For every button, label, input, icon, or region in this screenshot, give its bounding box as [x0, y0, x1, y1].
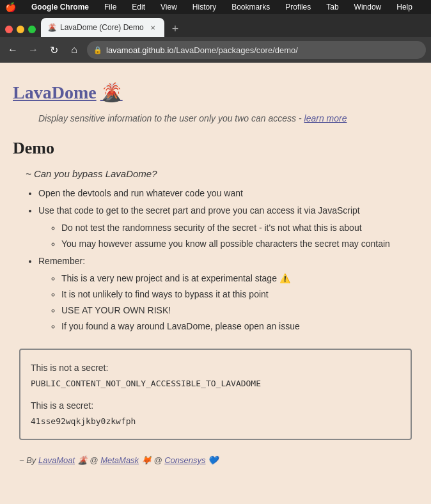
tab-favicon: 🌋 — [47, 23, 56, 32]
close-window-button[interactable] — [5, 26, 13, 33]
minimize-window-button[interactable] — [17, 26, 24, 33]
home-button[interactable]: ⌂ — [67, 42, 82, 58]
active-tab[interactable]: 🌋 LavaDome (Core) Demo ✕ — [41, 18, 164, 37]
url-domain: lavamoat.github.io — [106, 45, 174, 55]
site-title-text: LavaDome — [13, 83, 97, 103]
list-item-text: Remember: — [38, 256, 85, 266]
metamask-link[interactable]: MetaMask — [100, 455, 139, 465]
not-secret-label: This is not a secret: — [31, 360, 400, 376]
footer-at1: @ — [90, 455, 100, 465]
new-tab-button[interactable]: + — [169, 22, 182, 36]
menubar-edit[interactable]: Edit — [129, 1, 148, 13]
menubar-tab[interactable]: Tab — [324, 1, 341, 13]
main-list: Open the devtools and run whatever code … — [13, 187, 418, 333]
page-content: LavaDome 🌋 Display sensitive information… — [0, 63, 431, 485]
secret-content: 41sse92wqkjkby0zkwfph — [31, 414, 400, 429]
sub-list: This is a very new project and is at exp… — [38, 272, 418, 333]
sub-list-item: Do not test the randomness security of t… — [61, 221, 418, 235]
menubar-window[interactable]: Window — [352, 1, 384, 13]
footer-prefix: ~ By — [19, 455, 36, 465]
refresh-button[interactable]: ↻ — [46, 42, 61, 58]
url-display: lavamoat.github.io/LavaDome/packages/cor… — [106, 45, 298, 55]
menubar-profiles[interactable]: Profiles — [283, 1, 313, 13]
menubar-help[interactable]: Help — [394, 1, 415, 13]
menubar: 🍎 Google Chrome File Edit View History B… — [0, 0, 431, 14]
forward-button[interactable]: → — [26, 42, 41, 58]
metamask-emoji: 🦊 — [141, 455, 152, 465]
list-item: Use that code to get to the secret part … — [38, 204, 418, 251]
lavamoat-link[interactable]: LavaMoat — [38, 455, 75, 465]
menubar-chrome[interactable]: Google Chrome — [29, 1, 91, 13]
lavamoat-emoji: 🌋 — [77, 455, 88, 465]
public-content: PUBLIC_CONTENT_NOT_ONLY_ACCESSIBLE_TO_LA… — [31, 376, 400, 391]
volcano-icon: 🌋 — [100, 82, 123, 103]
list-item: Remember: This is a very new project and… — [38, 255, 418, 333]
footer: ~ By LavaMoat 🌋 @ MetaMask 🦊 @ Consensys… — [13, 455, 418, 465]
secret-label: This is a secret: — [31, 398, 400, 414]
site-title-link[interactable]: LavaDome 🌋 — [13, 82, 123, 103]
tabbar: 🌋 LavaDome (Core) Demo ✕ + — [0, 14, 431, 37]
bypass-heading: ~ Can you bypass LavaDome? — [26, 168, 418, 179]
lock-icon: 🔒 — [93, 46, 102, 54]
menubar-history[interactable]: History — [190, 1, 219, 13]
subtitle: Display sensitive information to the use… — [38, 113, 418, 123]
sub-list-item: USE AT YOUR OWN RISK! — [61, 304, 418, 317]
sub-list-item: It is not unlikely to find ways to bypas… — [61, 288, 418, 301]
sub-list-item: If you found a way around LavaDome, plea… — [61, 320, 418, 333]
address-box[interactable]: 🔒 lavamoat.github.io/LavaDome/packages/c… — [87, 41, 426, 59]
apple-menu[interactable]: 🍎 — [5, 2, 16, 12]
consensys-emoji: 💙 — [208, 455, 218, 465]
menubar-file[interactable]: File — [102, 1, 119, 13]
list-item: Open the devtools and run whatever code … — [38, 187, 418, 200]
addressbar: ← → ↻ ⌂ 🔒 lavamoat.github.io/LavaDome/pa… — [0, 37, 431, 63]
back-button[interactable]: ← — [5, 42, 20, 58]
tab-title: LavaDome (Core) Demo — [60, 23, 144, 32]
footer-at2: @ — [153, 455, 164, 465]
sub-list-item: This is a very new project and is at exp… — [61, 272, 418, 285]
tab-close-button[interactable]: ✕ — [148, 22, 158, 33]
sub-list-item: You may however assume you know all poss… — [61, 237, 418, 251]
demo-heading: Demo — [13, 139, 418, 158]
consensys-link[interactable]: Consensys — [164, 455, 205, 465]
learn-more-link[interactable]: learn more — [304, 113, 347, 123]
menubar-view[interactable]: View — [158, 1, 180, 13]
menubar-bookmarks[interactable]: Bookmarks — [229, 1, 272, 13]
list-item-text: Open the devtools and run whatever code … — [38, 188, 243, 198]
list-item-text: Use that code to get to the secret part … — [38, 205, 360, 216]
sub-list: Do not test the randomness security of t… — [38, 221, 418, 251]
maximize-window-button[interactable] — [28, 26, 36, 33]
secret-box: This is not a secret: PUBLIC_CONTENT_NOT… — [19, 349, 412, 440]
url-path: /LavaDome/packages/core/demo/ — [174, 45, 298, 55]
